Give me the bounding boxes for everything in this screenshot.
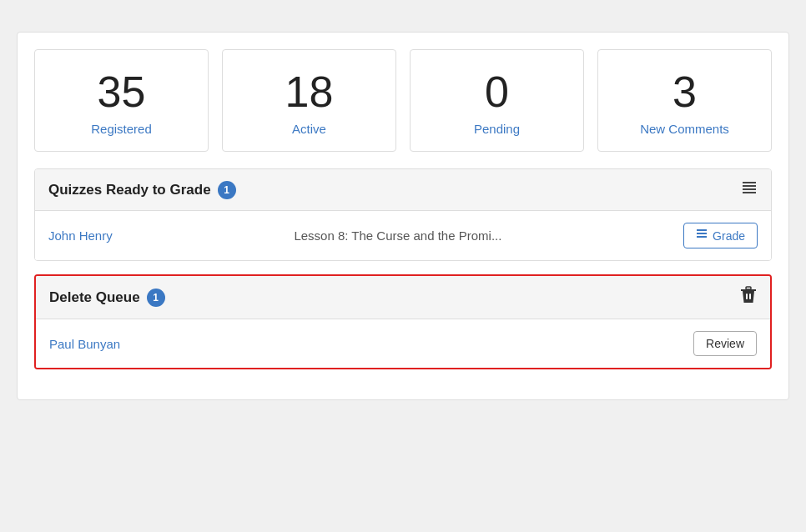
stat-number: 0: [424, 70, 570, 113]
section-header: Quizzes Ready to Grade 1: [35, 169, 771, 211]
grade-list-icon: [696, 228, 708, 243]
section-title-group: Quizzes Ready to Grade 1: [48, 181, 236, 199]
section-title-group: Delete Queue 1: [49, 289, 165, 307]
section-row: Paul Bunyan Review: [36, 319, 770, 368]
stat-number: 3: [612, 70, 758, 113]
stat-card-registered: 35 Registered: [34, 49, 209, 152]
svg-rect-8: [746, 287, 751, 289]
user-link[interactable]: Paul Bunyan: [49, 337, 120, 351]
section-title: Delete Queue: [49, 289, 140, 306]
svg-rect-4: [697, 229, 707, 231]
stats-row: 35 Registered 18 Active 0 Pending 3 New …: [34, 49, 772, 152]
stat-card-new-comments: 3 New Comments: [597, 49, 772, 152]
svg-rect-9: [746, 294, 748, 299]
review-button[interactable]: Review: [693, 331, 757, 356]
svg-rect-6: [697, 236, 707, 238]
section-badge: 1: [147, 289, 165, 307]
section-header: Delete Queue 1: [36, 276, 770, 319]
trash-icon[interactable]: [740, 286, 757, 309]
svg-rect-0: [743, 182, 756, 183]
svg-rect-1: [743, 185, 756, 187]
svg-rect-10: [749, 294, 751, 299]
section-row: John Henry Lesson 8: The Curse and the P…: [35, 211, 771, 260]
svg-rect-3: [743, 192, 756, 193]
user-link[interactable]: John Henry: [48, 228, 113, 243]
list-icon[interactable]: [741, 179, 758, 200]
svg-rect-2: [743, 188, 756, 190]
stat-number: 35: [48, 70, 194, 113]
svg-rect-5: [697, 233, 707, 234]
stat-card-pending: 0 Pending: [410, 49, 584, 152]
section-title: Quizzes Ready to Grade: [48, 182, 211, 198]
stat-label: Registered: [48, 122, 194, 136]
lesson-text: Lesson 8: The Curse and the Promi...: [113, 228, 683, 243]
sections-container: Quizzes Ready to Grade 1 John Henry Less…: [34, 168, 772, 369]
stat-card-active: 18 Active: [222, 49, 396, 152]
section-delete-queue: Delete Queue 1 Paul Bunyan Review: [34, 274, 772, 369]
stat-label: New Comments: [612, 122, 758, 136]
stat-label: Pending: [424, 122, 570, 136]
stat-label: Active: [236, 122, 382, 136]
section-badge: 1: [218, 181, 236, 199]
section-quizzes: Quizzes Ready to Grade 1 John Henry Less…: [34, 168, 772, 261]
main-card: 35 Registered 18 Active 0 Pending 3 New …: [17, 32, 789, 400]
stat-number: 18: [236, 70, 382, 113]
grade-button[interactable]: Grade: [683, 223, 758, 248]
